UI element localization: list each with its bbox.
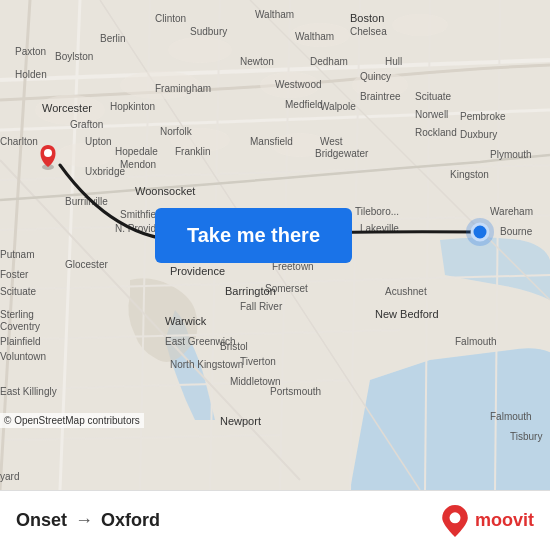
svg-text:Upton: Upton [85,136,112,147]
svg-text:West: West [320,136,343,147]
svg-text:Quincy: Quincy [360,71,391,82]
map-attribution: © OpenStreetMap contributors [0,413,144,428]
svg-text:Paxton: Paxton [15,46,46,57]
svg-point-109 [449,512,460,523]
svg-text:New Bedford: New Bedford [375,308,439,320]
map-container: Paxton Charlton Worcester Framingham Wal… [0,0,550,490]
svg-text:Bridgewater: Bridgewater [315,148,369,159]
svg-text:Putnam: Putnam [0,249,34,260]
svg-text:Voluntown: Voluntown [0,351,46,362]
svg-text:Bristol: Bristol [220,341,248,352]
svg-text:Glocester: Glocester [65,259,108,270]
svg-text:Pembroke: Pembroke [460,111,506,122]
svg-text:Tisbury: Tisbury [510,431,542,442]
svg-text:Tileboro...: Tileboro... [355,206,399,217]
svg-text:Chelsea: Chelsea [350,26,387,37]
destination-label: Oxford [101,510,160,531]
svg-text:Plymouth: Plymouth [490,149,532,160]
svg-text:Newton: Newton [240,56,274,67]
bottom-bar: Onset → Oxford moovit [0,490,550,550]
svg-text:Providence: Providence [170,265,225,277]
svg-text:Braintree: Braintree [360,91,401,102]
svg-text:Fall River: Fall River [240,301,283,312]
svg-point-21 [392,14,448,36]
moovit-pin-icon [441,505,469,537]
arrow-right-icon: → [75,510,93,531]
svg-text:Uxbridge: Uxbridge [85,166,125,177]
svg-text:Charlton: Charlton [0,136,38,147]
svg-text:Hull: Hull [385,56,402,67]
svg-text:Plainfield: Plainfield [0,336,41,347]
svg-text:Norwell: Norwell [415,109,448,120]
svg-point-22 [168,37,232,63]
svg-text:Clinton: Clinton [155,13,186,24]
svg-text:Worcester: Worcester [42,102,92,114]
svg-text:Walpole: Walpole [320,101,356,112]
moovit-logo[interactable]: moovit [441,505,534,537]
svg-point-106 [44,149,52,157]
svg-text:Hopedale: Hopedale [115,146,158,157]
svg-text:Berlin: Berlin [100,33,126,44]
svg-text:Acushnet: Acushnet [385,286,427,297]
svg-text:Scituate: Scituate [0,286,37,297]
svg-text:Coventry: Coventry [0,321,40,332]
svg-text:Warwick: Warwick [165,315,207,327]
svg-text:Foster: Foster [0,269,29,280]
svg-point-108 [466,218,494,246]
moovit-brand-text: moovit [475,510,534,531]
svg-text:Falmouth: Falmouth [455,336,497,347]
svg-text:Portsmouth: Portsmouth [270,386,321,397]
svg-text:Dedham: Dedham [310,56,348,67]
svg-text:Sterling: Sterling [0,309,34,320]
svg-text:Sudbury: Sudbury [190,26,227,37]
svg-text:North Kingstown: North Kingstown [170,359,243,370]
svg-text:Scituate: Scituate [415,91,452,102]
svg-text:Barrington: Barrington [225,285,276,297]
svg-text:Bourne: Bourne [500,226,533,237]
svg-text:Waltham: Waltham [255,9,294,20]
svg-text:Hopkinton: Hopkinton [110,101,155,112]
svg-text:Westwood: Westwood [275,79,322,90]
svg-text:Waltham: Waltham [295,31,334,42]
svg-text:Rockland: Rockland [415,127,457,138]
svg-text:Framingham: Framingham [155,83,211,94]
svg-text:East Killingly: East Killingly [0,386,57,397]
svg-text:Boston: Boston [350,12,384,24]
svg-text:Mendon: Mendon [120,159,156,170]
svg-text:Grafton: Grafton [70,119,103,130]
svg-text:Newport: Newport [220,415,261,427]
svg-text:Medfield: Medfield [285,99,323,110]
svg-text:Mansfield: Mansfield [250,136,293,147]
svg-text:Kingston: Kingston [450,169,489,180]
take-me-there-button[interactable]: Take me there [155,208,352,263]
svg-text:Woonsocket: Woonsocket [135,185,195,197]
origin-label: Onset [16,510,67,531]
svg-text:Boylston: Boylston [55,51,93,62]
svg-text:Falmouth: Falmouth [490,411,532,422]
svg-text:Wareham: Wareham [490,206,533,217]
svg-text:Duxbury: Duxbury [460,129,497,140]
svg-text:Franklin: Franklin [175,146,211,157]
svg-text:Tiverton: Tiverton [240,356,276,367]
svg-text:Holden: Holden [15,69,47,80]
svg-text:yard: yard [0,471,19,482]
svg-text:Norfolk: Norfolk [160,126,193,137]
route-info: Onset → Oxford [16,510,160,531]
